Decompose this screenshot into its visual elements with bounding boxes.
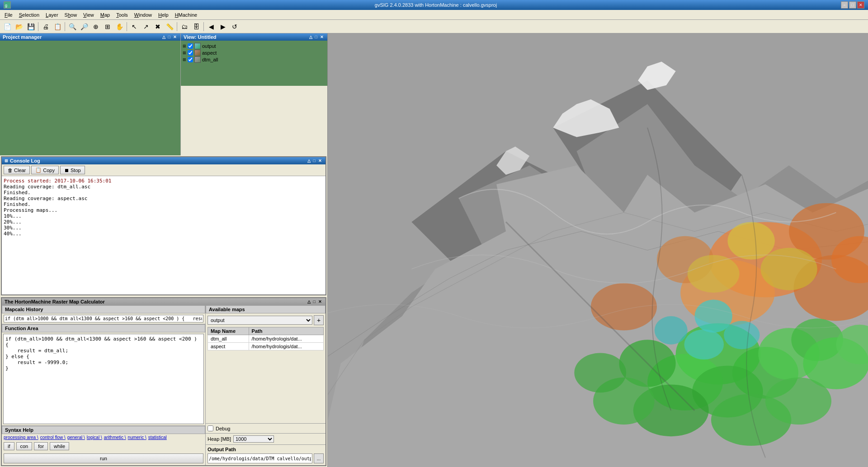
syntax-tab-arithmetic[interactable]: arithmetic \: [104, 435, 126, 440]
layer-check-aspect[interactable]: [188, 50, 193, 56]
toolbar-select2[interactable]: ↗: [141, 21, 151, 32]
layer-label-output: output: [202, 43, 216, 49]
heap-dropdown[interactable]: 1000 512 2048: [233, 435, 274, 443]
stop-button[interactable]: ⏹ Stop: [60, 166, 85, 174]
syntax-while-btn[interactable]: while: [50, 442, 69, 450]
toolbar-print2[interactable]: 📋: [52, 21, 63, 32]
log-line-6: 10%...: [4, 213, 324, 219]
copy-button[interactable]: 📋 Copy: [31, 166, 59, 174]
layer-expand-output[interactable]: ⊞: [183, 44, 186, 48]
calculator-panel: The HortonMachine Raster Map Calculator …: [1, 297, 326, 466]
console-expand-icon[interactable]: ⊞: [5, 159, 8, 163]
toolbar-measure[interactable]: 📏: [164, 21, 175, 32]
calc-max-btn[interactable]: □: [312, 299, 316, 304]
svg-point-36: [684, 329, 724, 360]
minimize-button[interactable]: −: [841, 1, 848, 9]
menu-file[interactable]: File: [2, 11, 15, 19]
toolbar-nav-back[interactable]: ◀: [206, 21, 217, 32]
toolbar-db[interactable]: 🗄: [191, 21, 202, 32]
menu-tools[interactable]: Tools: [113, 11, 131, 19]
console-max-btn[interactable]: □: [312, 159, 316, 163]
maximize-button[interactable]: □: [849, 1, 856, 9]
clear-button[interactable]: 🗑 Clear: [4, 166, 30, 174]
output-browse-button[interactable]: ...: [314, 453, 324, 463]
toolbar-zoom-out[interactable]: 🔎: [79, 21, 90, 32]
output-path-section: Output Path ...: [206, 445, 326, 465]
pm-float-btn[interactable]: △: [161, 35, 166, 39]
menu-show[interactable]: Show: [62, 11, 80, 19]
syntax-tab-numeric[interactable]: numeric \: [128, 435, 146, 440]
menu-bar: File Selection Layer Show View Map Tools…: [0, 10, 868, 20]
toolbar-zoom-in[interactable]: 🔍: [67, 21, 78, 32]
maps-table: Map Name Path dtm_all /home/hydrologis/d…: [208, 327, 324, 350]
layer-check-output[interactable]: [188, 43, 193, 49]
menu-layer[interactable]: Layer: [43, 11, 61, 19]
menu-map[interactable]: Map: [98, 11, 113, 19]
layer-icon-dtm-all: [194, 56, 201, 63]
mapcalc-history-input[interactable]: [4, 315, 203, 322]
toolbar-zoom-all[interactable]: ⊕: [90, 21, 101, 32]
menu-view[interactable]: View: [80, 11, 97, 19]
calc-close-btn[interactable]: ✕: [317, 299, 323, 304]
syntax-tab-logical[interactable]: logical \: [87, 435, 102, 440]
svg-point-18: [688, 255, 740, 292]
maps-col-name: Map Name: [208, 327, 249, 335]
toolbar: 📄 📂 💾 🖨 📋 🔍 🔎 ⊕ ⊞ ✋ ↖ ↗ ✖ 📏 🗂 🗄 ◀ ▶ ↺: [0, 20, 868, 33]
map-row-dtm-all[interactable]: dtm_all /home/hydrologis/dat...: [208, 335, 324, 343]
syntax-tab-control[interactable]: control flow \: [40, 435, 66, 440]
view-max-btn[interactable]: □: [314, 35, 318, 39]
toolbar-pan[interactable]: ✋: [114, 21, 125, 32]
map-path-aspect: /home/hydrologis/dat...: [249, 343, 323, 350]
map-row-aspect[interactable]: aspect /home/hydrologis/dat...: [208, 343, 324, 350]
syntax-tab-statistical[interactable]: statistical: [148, 435, 167, 440]
syntax-tab-general[interactable]: general \: [67, 435, 85, 440]
svg-point-35: [724, 321, 760, 350]
toolbar-select[interactable]: ↖: [129, 21, 140, 32]
debug-checkbox[interactable]: [208, 425, 213, 431]
log-line-1: Reading coverage: dtm_all.asc: [4, 184, 324, 190]
toolbar-sep-3: [127, 22, 127, 31]
console-float-btn[interactable]: △: [307, 159, 311, 163]
view-title-label: View: Untitled: [184, 34, 217, 40]
map-canvas[interactable]: [328, 33, 868, 467]
maps-add-button[interactable]: +: [314, 315, 324, 325]
view-title: View: Untitled △ □ ✕: [181, 33, 327, 41]
menu-help[interactable]: Help: [156, 11, 171, 19]
toolbar-deselect[interactable]: ✖: [152, 21, 163, 32]
view-close-btn[interactable]: ✕: [319, 35, 325, 39]
toolbar-new[interactable]: 📄: [2, 21, 13, 32]
svg-point-30: [574, 353, 626, 392]
syntax-tab-processing[interactable]: processing area \: [4, 435, 38, 440]
calc-float-btn[interactable]: △: [307, 299, 311, 304]
copy-icon: 📋: [35, 167, 42, 173]
console-close-btn[interactable]: ✕: [317, 159, 323, 163]
terrain-svg: [328, 33, 868, 467]
toolbar-zoom-sel[interactable]: ⊞: [102, 21, 113, 32]
close-button[interactable]: ✕: [857, 1, 864, 9]
layer-expand-dtm-all[interactable]: ⊞: [183, 57, 186, 62]
layer-check-dtm-all[interactable]: [188, 57, 193, 62]
view-float-btn[interactable]: △: [308, 35, 313, 39]
menu-window[interactable]: Window: [132, 11, 155, 19]
syntax-for-btn[interactable]: for: [34, 442, 48, 450]
menu-hmachine[interactable]: HMachine: [172, 11, 200, 19]
pm-max-btn[interactable]: □: [167, 35, 171, 39]
log-line-9: 40%...: [4, 231, 324, 237]
available-maps-title: Available maps: [206, 305, 326, 313]
layer-expand-aspect[interactable]: ⊞: [183, 51, 186, 55]
output-path-input[interactable]: [208, 453, 312, 463]
pm-close-btn[interactable]: ✕: [172, 35, 178, 39]
syntax-if-btn[interactable]: if: [4, 442, 14, 450]
run-button[interactable]: run: [4, 453, 203, 463]
toolbar-layer[interactable]: 🗂: [179, 21, 190, 32]
syntax-con-btn[interactable]: con: [16, 442, 33, 450]
toolbar-open[interactable]: 📂: [14, 21, 24, 32]
maps-dropdown[interactable]: output dtm_all aspect: [208, 316, 312, 325]
menu-selection[interactable]: Selection: [16, 11, 42, 19]
toolbar-refresh[interactable]: ↺: [229, 21, 240, 32]
log-line-7: 20%...: [4, 219, 324, 225]
toolbar-print[interactable]: 🖨: [40, 21, 51, 32]
function-textarea[interactable]: if (dtm_all>1000 && dtm_all<1300 && aspe…: [3, 334, 204, 424]
toolbar-nav-forward[interactable]: ▶: [217, 21, 228, 32]
toolbar-save[interactable]: 💾: [25, 21, 36, 32]
